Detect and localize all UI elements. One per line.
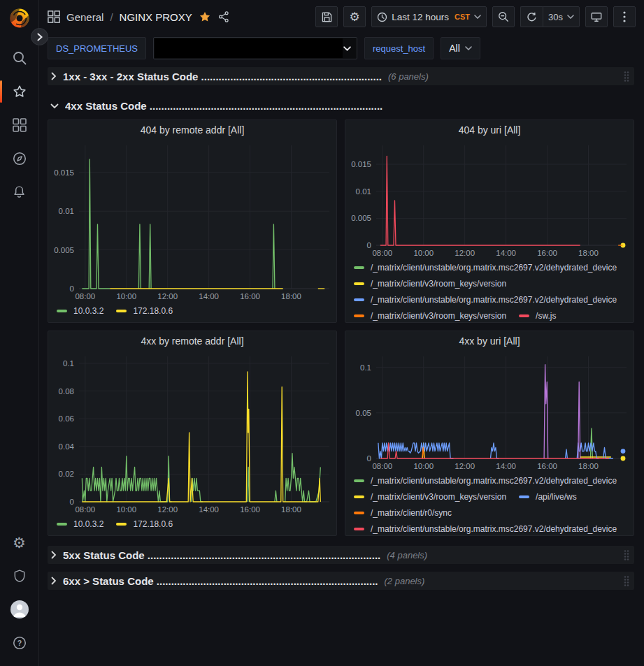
legend-label: 172.18.0.6	[133, 306, 173, 316]
legend-label: 10.0.3.2	[73, 306, 103, 316]
kiosk-mode-button[interactable]	[585, 6, 608, 27]
legend-item[interactable]: 10.0.3.2	[57, 518, 103, 530]
dashboards-grid-icon	[13, 118, 27, 132]
kebab-menu-icon	[623, 11, 626, 22]
panel-grid-row2: 4xx by remote addr [All] 08:0010:0012:00…	[48, 331, 634, 536]
svg-text:12:00: 12:00	[455, 462, 475, 470]
variable-request-host-select[interactable]: All	[441, 37, 480, 59]
row-drag-handle[interactable]	[623, 549, 630, 561]
legend-item[interactable]: /_matrix/client/v3/room_keys/version	[354, 277, 506, 289]
dashboard-settings-button[interactable]: ⚙	[343, 6, 366, 27]
row-title[interactable]: 5xx Status Code ........................…	[63, 549, 380, 561]
sidebar-item-profile[interactable]	[0, 593, 39, 625]
sidebar-item-dashboards[interactable]	[0, 109, 39, 141]
legend-label: 172.18.0.6	[133, 519, 173, 529]
zoom-out-icon	[498, 11, 509, 22]
svg-text:14:00: 14:00	[496, 462, 516, 470]
compass-icon	[12, 151, 27, 166]
grafana-logo[interactable]	[4, 4, 35, 32]
panel-header[interactable]: 4xx by remote addr [All]	[48, 331, 336, 351]
more-options-button[interactable]	[613, 6, 636, 27]
row-6xx-header[interactable]: 6xx > Status Code ......................…	[48, 572, 634, 590]
favorite-star-icon[interactable]	[199, 10, 211, 23]
legend-item[interactable]: 172.18.0.6	[116, 518, 173, 530]
sidebar-item-server-admin[interactable]	[0, 560, 39, 592]
timeseries-chart[interactable]: 08:0010:0012:0014:0016:0018:0000.0050.01…	[48, 140, 336, 303]
row-4xx-header[interactable]: 4xx Status Code ........................…	[48, 96, 634, 115]
legend-swatch	[116, 523, 127, 526]
legend-swatch	[354, 512, 364, 514]
legend-item[interactable]: /_matrix/client/unstable/org.matrix.msc2…	[354, 294, 617, 305]
zoom-out-button[interactable]	[492, 6, 515, 27]
panel-header[interactable]: 4xx by uri [All]	[345, 331, 634, 351]
refresh-interval-picker[interactable]: 30s	[543, 6, 580, 27]
legend-label: /_matrix/client/v3/room_keys/version	[371, 492, 506, 502]
row-drag-handle[interactable]	[623, 71, 630, 82]
sidebar-expand-button[interactable]	[31, 28, 48, 45]
legend-swatch	[354, 479, 364, 482]
legend-item[interactable]: /_matrix/client/unstable/org.matrix.msc2…	[354, 523, 617, 535]
legend-item[interactable]: /api/live/ws	[519, 491, 577, 502]
clock-icon	[377, 12, 387, 22]
chart-legend: /_matrix/client/unstable/org.matrix.msc2…	[345, 472, 634, 535]
time-range-label: Last 12 hours	[392, 12, 449, 22]
legend-item[interactable]: /_matrix/client/v3/room_keys/version	[354, 310, 506, 321]
legend-item[interactable]: 10.0.3.2	[57, 305, 103, 317]
sidebar-item-help[interactable]: ?	[0, 627, 39, 659]
svg-text:0.005: 0.005	[54, 246, 74, 254]
avatar	[10, 600, 29, 618]
legend-item[interactable]: /_matrix/client/r0/sync	[354, 507, 452, 519]
chevron-down-icon	[474, 15, 481, 19]
svg-text:0.015: 0.015	[351, 160, 371, 168]
panel-header[interactable]: 404 by uri [All]	[345, 120, 634, 140]
refresh-button[interactable]	[520, 6, 543, 27]
breadcrumb: General / NGINX PROXY	[48, 10, 230, 23]
chart-legend: 10.0.3.2172.18.0.6	[48, 516, 336, 534]
row-title[interactable]: 6xx > Status Code ......................…	[63, 575, 378, 587]
row-drag-handle[interactable]	[623, 575, 630, 587]
breadcrumb-dashboard-title[interactable]: NGINX PROXY	[120, 11, 192, 23]
dashboard-canvas: 1xx - 3xx - 2xx Status Code ............…	[39, 63, 644, 666]
sidebar-item-search[interactable]	[0, 42, 39, 74]
row-title[interactable]: 4xx Status Code ........................…	[65, 100, 382, 112]
svg-text:16:00: 16:00	[240, 505, 260, 514]
legend-label: /_matrix/client/unstable/org.matrix.msc2…	[371, 524, 617, 534]
variable-ds-prometheus-label[interactable]: DS_PROMETHEUS	[48, 37, 146, 59]
breadcrumb-folder[interactable]: General	[66, 11, 103, 23]
panel-404-by-remote-addr: 404 by remote addr [All] 08:0010:0012:00…	[48, 120, 337, 323]
share-icon[interactable]	[217, 10, 230, 23]
panel-grid-row1: 404 by remote addr [All] 08:0010:0012:00…	[48, 120, 634, 323]
time-range-picker[interactable]: Last 12 hours CST	[371, 6, 487, 27]
sidebar-item-explore[interactable]	[0, 143, 39, 175]
legend-item[interactable]: /sw.js	[519, 310, 556, 321]
panel-title: 404 by uri [All]	[459, 124, 521, 136]
svg-text:18:00: 18:00	[578, 462, 599, 470]
timeseries-chart[interactable]: 08:0010:0012:0014:0016:0018:0000.050.1	[345, 351, 634, 472]
legend-item[interactable]: /_matrix/client/unstable/org.matrix.msc2…	[354, 261, 617, 273]
chevron-right-icon	[50, 577, 57, 585]
sidebar-item-starred[interactable]	[0, 75, 39, 108]
svg-text:0.1: 0.1	[63, 359, 74, 368]
timeseries-chart[interactable]: 08:0010:0012:0014:0016:0018:0000.020.040…	[48, 351, 336, 516]
variable-request-host-label[interactable]: request_host	[364, 37, 434, 59]
gear-icon: ⚙	[350, 11, 360, 23]
sidebar-item-configuration[interactable]: ⚙	[0, 526, 39, 558]
row-5xx-header[interactable]: 5xx Status Code ........................…	[48, 546, 634, 564]
save-dashboard-button[interactable]	[315, 6, 338, 27]
variable-ds-prometheus-select[interactable]	[153, 37, 357, 59]
legend-item[interactable]: /_matrix/client/v3/room_keys/version	[354, 491, 506, 502]
legend-label: /_matrix/client/unstable/org.matrix.msc2…	[371, 476, 617, 486]
svg-text:12:00: 12:00	[455, 249, 475, 257]
legend-item[interactable]: 172.18.0.6	[116, 305, 173, 317]
svg-text:0: 0	[70, 498, 74, 506]
panel-header[interactable]: 404 by remote addr [All]	[48, 120, 336, 140]
row-title[interactable]: 1xx - 3xx - 2xx Status Code ............…	[63, 71, 382, 82]
legend-swatch	[354, 298, 364, 301]
redacted-value	[155, 38, 343, 58]
sidebar-item-alerting[interactable]	[0, 176, 39, 208]
row-1xx-header[interactable]: 1xx - 3xx - 2xx Status Code ............…	[48, 67, 634, 85]
legend-item[interactable]: /_matrix/client/unstable/org.matrix.msc2…	[354, 475, 617, 486]
timeseries-chart[interactable]: 08:0010:0012:0014:0016:0018:0000.0050.01…	[345, 140, 634, 259]
legend-label: /api/live/ws	[536, 492, 577, 502]
legend-label: /sw.js	[536, 311, 556, 321]
